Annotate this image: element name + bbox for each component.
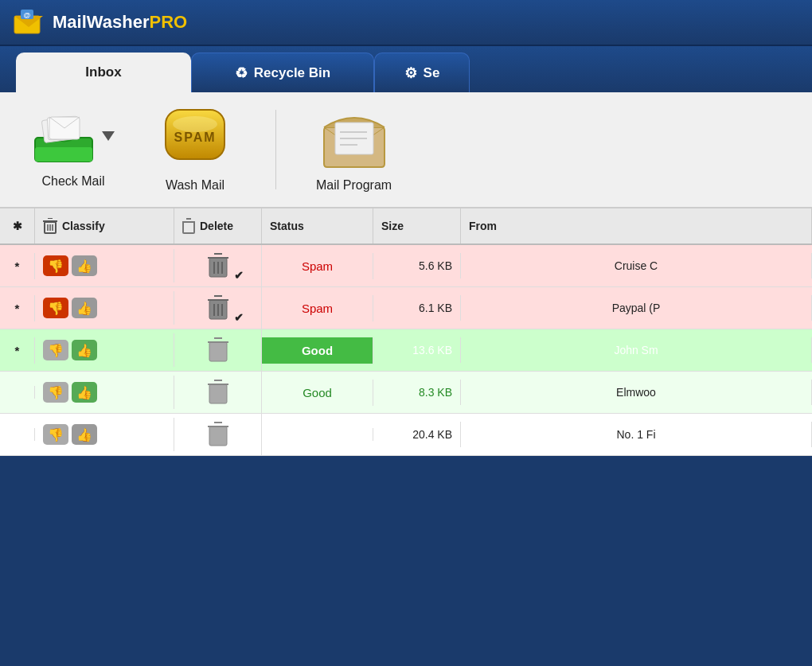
td-classify-5[interactable]: 👎 👍 [35,418,174,451]
dropdown-arrow[interactable] [102,131,115,141]
thumb-down-button[interactable]: 👎 [43,424,68,445]
delete-trash-icon [206,336,230,364]
checkmark-1: ✔ [234,269,244,282]
svg-text:SPAM: SPAM [174,130,216,144]
mail-program-button[interactable]: Mail Program [292,107,416,193]
thumb-down-button[interactable]: 👎 [43,255,68,276]
svg-rect-50 [209,426,227,446]
th-from: From [461,208,812,243]
thumb-up-button[interactable]: 👍 [72,424,97,445]
th-size-label: Size [381,220,404,232]
delete-trash-icon [206,294,230,322]
check-mail-icon [32,111,97,165]
check-mail-icon-group [32,111,115,165]
td-from-2: Paypal (P [461,295,812,321]
svg-marker-13 [102,131,115,141]
table-header: ✱ Classify D [0,208,812,245]
th-from-label: From [469,220,497,232]
td-size-2: 6.1 KB [373,295,461,321]
td-delete-3[interactable] [174,329,262,371]
delete-trash-icon [206,378,230,407]
tab-recycle-bin[interactable]: ♻ Recycle Bin [191,53,374,92]
th-delete-label: Delete [200,220,233,232]
td-status-1: Spam [262,253,373,279]
td-size-3: 13.6 KB [373,337,461,363]
thumb-up-button[interactable]: 👍 [72,255,97,276]
th-delete: Delete [174,208,262,243]
td-from-3: John Sm [461,337,812,363]
recycle-icon: ♻ [235,64,248,82]
delete-icon [182,218,195,234]
thumb-down-button[interactable]: 👎 [43,382,68,403]
thumb-up-button[interactable]: 👍 [72,340,97,360]
check-mail-button[interactable]: Check Mail [32,111,131,189]
app-title: MailWasherPRO [53,12,187,33]
svg-rect-44 [209,342,227,361]
tab-settings[interactable]: ⚙ Se [374,53,470,92]
td-from-1: Cruise C [461,253,812,278]
checkmark-2: ✔ [234,311,244,324]
th-size: Size [373,208,461,243]
th-classify: Classify [35,208,174,243]
td-delete-4[interactable] [174,372,262,413]
tab-inbox-label: Inbox [85,64,121,80]
table-row: * 👎 👍 ✔ Spam 6.1 K [0,287,812,329]
td-classify-2[interactable]: 👎 👍 [35,291,174,325]
delete-trash-icon [206,420,230,449]
tabs-bar: Inbox ♻ Recycle Bin ⚙ Se [0,46,812,92]
td-from-4: Elmwoo [461,380,812,405]
td-star-3: * [0,337,35,364]
classify-icon [43,218,57,234]
delete-trash-icon [206,251,230,280]
td-delete-1[interactable]: ✔ [174,245,262,286]
email-table: ✱ Classify D [0,207,812,456]
check-mail-label: Check Mail [41,174,104,189]
td-star-1: * [0,253,35,279]
td-from-5: No. 1 Fi [461,422,812,447]
thumb-down-button[interactable]: 👎 [43,298,68,318]
wash-mail-button[interactable]: SPAM Wash Mail [131,107,260,193]
td-star-2: * [0,295,35,321]
svg-rect-29 [183,222,194,233]
thumb-up-button[interactable]: 👍 [72,382,97,403]
table-row: 👎 👍 Good 8.3 KB Elmwoo [0,372,812,414]
table-row: * 👎 👍 ✔ Spam 5.6 K [0,245,812,287]
td-size-4: 8.3 KB [373,380,461,405]
td-star-4 [0,386,35,399]
th-star-label: ✱ [13,220,22,232]
th-star: ✱ [0,208,35,243]
table-row: * 👎 👍 Good 13.6 KB John Sm [0,329,812,372]
tab-settings-label: Se [424,65,440,81]
tab-inbox[interactable]: Inbox [16,53,191,92]
tab-recycle-label: Recycle Bin [254,65,330,81]
td-star-5 [0,428,35,441]
svg-rect-7 [35,147,92,162]
wash-mail-label: Wash Mail [166,178,224,193]
app-title-main: MailWasher [53,12,149,32]
app-logo-icon: @ [13,10,45,35]
td-size-1: 5.6 KB [373,253,461,278]
td-classify-3[interactable]: 👎 👍 [35,333,174,367]
th-classify-label: Classify [62,220,105,232]
td-status-3: Good [262,337,373,364]
wash-mail-icon: SPAM [162,107,228,169]
mail-program-icon [318,107,391,169]
table-row: 👎 👍 20.4 KB No. 1 Fi [0,414,812,456]
td-status-2: Spam [262,295,373,321]
toolbar-divider [275,110,276,189]
td-delete-2[interactable]: ✔ [174,287,262,329]
th-status: Status [262,208,373,243]
td-status-4: Good [262,380,373,406]
td-classify-4[interactable]: 👎 👍 [35,376,174,409]
thumb-up-button[interactable]: 👍 [72,298,97,318]
td-delete-5[interactable] [174,414,262,455]
th-status-label: Status [270,220,304,232]
app-title-pro: PRO [149,12,187,32]
thumb-down-button[interactable]: 👎 [43,340,68,360]
chevron-down-icon [102,131,115,141]
td-classify-1[interactable]: 👎 👍 [35,249,174,282]
app-header: @ MailWasherPRO [0,0,812,46]
svg-point-15 [173,116,217,132]
td-status-5 [262,428,373,441]
mail-program-label: Mail Program [316,178,392,193]
